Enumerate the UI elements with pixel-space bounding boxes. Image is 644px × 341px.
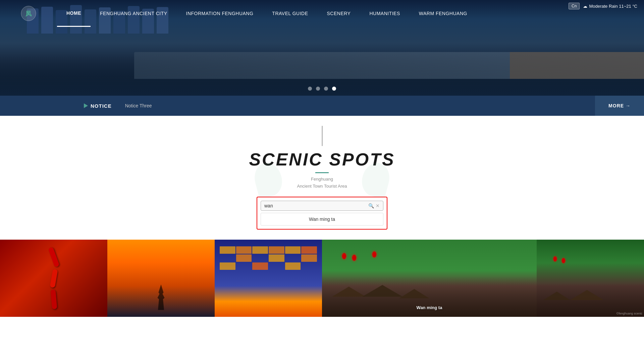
weather-icon: ☁ <box>583 4 587 9</box>
search-dropdown-item[interactable]: Wan ming ta <box>261 213 383 225</box>
scenic-image-4[interactable]: Wan ming ta <box>322 240 537 317</box>
carousel-dot-3[interactable] <box>324 87 328 91</box>
search-container: 🔍 ✕ Wan ming ta <box>257 197 387 230</box>
search-clear-button[interactable]: ✕ <box>376 203 380 208</box>
nav-warm-fenghuang[interactable]: WARM FENGHUANG <box>410 0 477 27</box>
scenic-image-5[interactable]: ©fenghuang scenic <box>537 240 644 317</box>
section-underline <box>315 172 329 173</box>
search-icon[interactable]: 🔍 <box>368 203 374 208</box>
carousel-dot-1[interactable] <box>308 87 312 91</box>
scenic-spots-title: SCENIC SPOTS <box>0 149 644 169</box>
scenic-image-1[interactable] <box>0 240 107 317</box>
logo[interactable]: 凤 <box>20 5 37 22</box>
notice-text[interactable]: Notice Three <box>125 103 560 108</box>
watermark-text: ©fenghuang scenic <box>616 312 642 315</box>
nav-travel-guide[interactable]: TRAVEL GUIDE <box>263 0 317 27</box>
nav-scenery[interactable]: SCENERY <box>317 0 360 27</box>
top-bar: Cn ☁ Moderate Rain 11~21 °C <box>562 0 644 12</box>
svg-text:凤: 凤 <box>25 10 32 17</box>
subtitle-line1: Fenghuang <box>0 176 644 183</box>
search-input-row: 🔍 ✕ <box>261 201 383 211</box>
scenic-image-4-label: Wan ming ta <box>417 305 442 310</box>
search-dropdown: Wan ming ta <box>261 213 383 226</box>
subtitle-line2: Ancient Town Tourist Area <box>0 183 644 190</box>
carousel-dot-2[interactable] <box>316 87 320 91</box>
scenic-image-2[interactable] <box>107 240 215 317</box>
section-divider <box>0 116 644 149</box>
nav-ancient-city[interactable]: FENGHUANG ANCIENT CITY <box>91 0 177 27</box>
scenic-image-3[interactable] <box>215 240 322 317</box>
notice-label: NOTICE <box>84 103 112 109</box>
nav-information[interactable]: INFORMATION FENGHUANG <box>177 0 263 27</box>
logo-icon: 凤 <box>20 5 37 22</box>
nav-home[interactable]: HOME <box>57 0 91 27</box>
nav-humanities[interactable]: HUMANITIES <box>360 0 409 27</box>
notice-triangle-icon <box>84 103 88 108</box>
notice-more-button[interactable]: MORE → <box>595 96 644 116</box>
notice-label-text: NOTICE <box>91 103 112 109</box>
scenic-images-row: Wan ming ta ©fenghuang scenic <box>0 240 644 317</box>
weather-info: ☁ Moderate Rain 11~21 °C <box>583 4 637 9</box>
carousel-dot-4[interactable] <box>332 87 336 91</box>
notice-bar: NOTICE Notice Three MORE → <box>0 96 644 116</box>
main-nav: HOME FENGHUANG ANCIENT CITY INFORMATION … <box>57 0 624 27</box>
carousel-dots <box>308 87 336 91</box>
header: 凤 HOME FENGHUANG ANCIENT CITY INFORMATIO… <box>0 0 644 27</box>
section-subtitle: Fenghuang Ancient Town Tourist Area <box>0 176 644 190</box>
divider-line <box>322 126 322 146</box>
language-button[interactable]: Cn <box>569 3 580 9</box>
scenic-spots-section: SCENIC SPOTS Fenghuang Ancient Town Tour… <box>0 149 644 236</box>
search-input[interactable] <box>264 203 367 208</box>
weather-text: Moderate Rain 11~21 °C <box>589 4 637 9</box>
